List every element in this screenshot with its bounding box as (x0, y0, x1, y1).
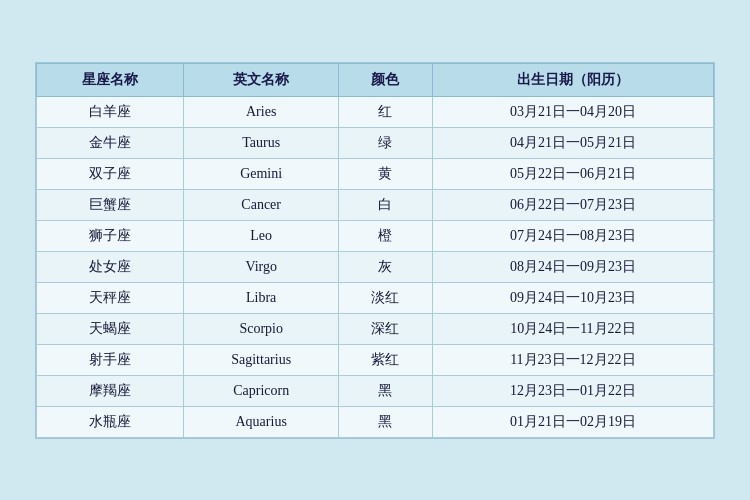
cell-2-2: 黄 (339, 158, 433, 189)
cell-8-2: 紫红 (339, 344, 433, 375)
cell-8-3: 11月23日一12月22日 (432, 344, 713, 375)
header-chinese-name: 星座名称 (37, 63, 184, 96)
cell-5-0: 处女座 (37, 251, 184, 282)
cell-2-3: 05月22日一06月21日 (432, 158, 713, 189)
cell-8-1: Sagittarius (184, 344, 339, 375)
cell-10-3: 01月21日一02月19日 (432, 406, 713, 437)
table-row: 天蝎座Scorpio深红10月24日一11月22日 (37, 313, 714, 344)
cell-2-1: Gemini (184, 158, 339, 189)
table-row: 摩羯座Capricorn黑12月23日一01月22日 (37, 375, 714, 406)
cell-5-3: 08月24日一09月23日 (432, 251, 713, 282)
cell-7-3: 10月24日一11月22日 (432, 313, 713, 344)
cell-3-3: 06月22日一07月23日 (432, 189, 713, 220)
cell-1-2: 绿 (339, 127, 433, 158)
cell-9-1: Capricorn (184, 375, 339, 406)
table-row: 金牛座Taurus绿04月21日一05月21日 (37, 127, 714, 158)
cell-10-1: Aquarius (184, 406, 339, 437)
cell-0-2: 红 (339, 96, 433, 127)
cell-0-3: 03月21日一04月20日 (432, 96, 713, 127)
table-row: 双子座Gemini黄05月22日一06月21日 (37, 158, 714, 189)
cell-9-3: 12月23日一01月22日 (432, 375, 713, 406)
cell-4-1: Leo (184, 220, 339, 251)
cell-6-1: Libra (184, 282, 339, 313)
header-color: 颜色 (339, 63, 433, 96)
table-row: 白羊座Aries红03月21日一04月20日 (37, 96, 714, 127)
cell-10-0: 水瓶座 (37, 406, 184, 437)
header-dates: 出生日期（阳历） (432, 63, 713, 96)
cell-10-2: 黑 (339, 406, 433, 437)
cell-5-1: Virgo (184, 251, 339, 282)
cell-1-0: 金牛座 (37, 127, 184, 158)
cell-4-2: 橙 (339, 220, 433, 251)
header-english-name: 英文名称 (184, 63, 339, 96)
cell-5-2: 灰 (339, 251, 433, 282)
cell-3-1: Cancer (184, 189, 339, 220)
cell-4-0: 狮子座 (37, 220, 184, 251)
cell-8-0: 射手座 (37, 344, 184, 375)
cell-9-0: 摩羯座 (37, 375, 184, 406)
table-row: 巨蟹座Cancer白06月22日一07月23日 (37, 189, 714, 220)
table-row: 射手座Sagittarius紫红11月23日一12月22日 (37, 344, 714, 375)
cell-7-0: 天蝎座 (37, 313, 184, 344)
table-row: 水瓶座Aquarius黑01月21日一02月19日 (37, 406, 714, 437)
cell-4-3: 07月24日一08月23日 (432, 220, 713, 251)
cell-6-2: 淡红 (339, 282, 433, 313)
cell-7-2: 深红 (339, 313, 433, 344)
zodiac-table-container: 星座名称 英文名称 颜色 出生日期（阳历） 白羊座Aries红03月21日一04… (35, 62, 715, 439)
table-header-row: 星座名称 英文名称 颜色 出生日期（阳历） (37, 63, 714, 96)
cell-0-1: Aries (184, 96, 339, 127)
table-row: 天秤座Libra淡红09月24日一10月23日 (37, 282, 714, 313)
cell-1-3: 04月21日一05月21日 (432, 127, 713, 158)
cell-2-0: 双子座 (37, 158, 184, 189)
cell-6-3: 09月24日一10月23日 (432, 282, 713, 313)
cell-3-0: 巨蟹座 (37, 189, 184, 220)
table-row: 处女座Virgo灰08月24日一09月23日 (37, 251, 714, 282)
cell-0-0: 白羊座 (37, 96, 184, 127)
zodiac-table: 星座名称 英文名称 颜色 出生日期（阳历） 白羊座Aries红03月21日一04… (36, 63, 714, 438)
table-row: 狮子座Leo橙07月24日一08月23日 (37, 220, 714, 251)
cell-1-1: Taurus (184, 127, 339, 158)
cell-3-2: 白 (339, 189, 433, 220)
cell-9-2: 黑 (339, 375, 433, 406)
cell-7-1: Scorpio (184, 313, 339, 344)
cell-6-0: 天秤座 (37, 282, 184, 313)
